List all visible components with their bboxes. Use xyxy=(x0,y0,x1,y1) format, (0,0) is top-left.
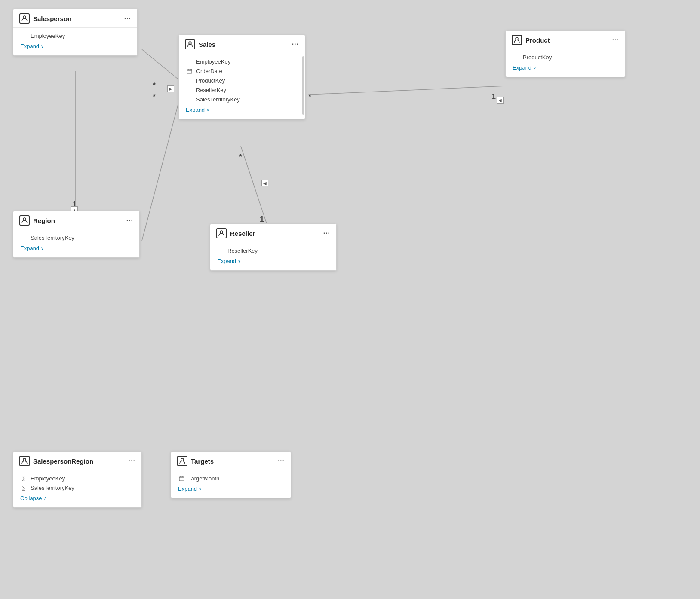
field-region-salesterritorykey: SalesTerritoryKey xyxy=(13,233,139,242)
table-salesperson: Salesperson ··· EmployeeKey Expand ∨ xyxy=(13,9,138,56)
field-spr-employeekey: ∑ EmployeeKey xyxy=(13,474,141,483)
table-targets-more[interactable]: ··· xyxy=(278,457,285,465)
reseller-expand-row: Expand ∨ xyxy=(210,255,336,269)
table-reseller-title-area: Reseller xyxy=(216,228,255,238)
field-sales-salesterritorykey: SalesTerritoryKey xyxy=(179,95,305,104)
table-targets-header: Targets ··· xyxy=(171,452,291,470)
table-salespersonregion-body: ∑ EmployeeKey ∑ SalesTerritoryKey Collap… xyxy=(13,470,141,507)
field-product-productkey: ProductKey xyxy=(506,52,625,62)
table-product-more[interactable]: ··· xyxy=(612,36,619,44)
table-product: Product ··· ProductKey Expand ∨ xyxy=(505,30,626,77)
svg-point-5 xyxy=(23,16,26,18)
svg-point-15 xyxy=(181,458,184,461)
field-reseller-resellerkey: ResellerKey xyxy=(210,246,336,255)
cardinality-reseller-many: * xyxy=(239,153,242,162)
svg-point-11 xyxy=(516,37,518,40)
arrow-salesperson-sales: ▶ xyxy=(167,85,174,92)
connections-layer xyxy=(0,0,700,599)
svg-line-0 xyxy=(142,49,178,79)
field-icon-empty xyxy=(20,32,27,39)
sigma-icon-2: ∑ xyxy=(20,484,27,491)
table-sales-icon xyxy=(185,39,195,49)
svg-line-2 xyxy=(310,86,505,95)
table-sales-header: Sales ··· xyxy=(179,35,305,53)
table-region-header: Region ··· xyxy=(13,211,139,229)
salesperson-expand-btn[interactable]: Expand ∨ xyxy=(20,43,130,49)
svg-point-13 xyxy=(220,231,223,233)
table-reseller-icon xyxy=(216,228,227,238)
svg-rect-16 xyxy=(179,477,184,481)
field-targets-targetmonth: TargetMonth xyxy=(171,474,291,483)
table-sales-title-area: Sales xyxy=(185,39,215,49)
table-reseller-name: Reseller xyxy=(230,230,255,237)
table-region-more[interactable]: ··· xyxy=(126,217,133,224)
field-icon-empty-6 xyxy=(20,234,27,241)
field-spr-salesterritorykey: ∑ SalesTerritoryKey xyxy=(13,483,141,492)
diagram-canvas: * * 1 * * 1 1 ▶ ◀ ◀ ▲ Salesperson ··· Em… xyxy=(0,0,700,599)
table-sales-more[interactable]: ··· xyxy=(292,40,299,48)
table-reseller: Reseller ··· ResellerKey Expand ∨ xyxy=(210,223,337,271)
field-icon-empty-7 xyxy=(217,247,224,254)
table-region-title-area: Region xyxy=(19,215,55,226)
sales-expand-chevron: ∨ xyxy=(206,107,209,112)
svg-line-4 xyxy=(142,103,178,241)
field-icon-empty-5 xyxy=(513,54,519,61)
table-product-icon xyxy=(512,35,522,45)
table-product-name: Product xyxy=(525,37,550,44)
table-salespersonregion-title-area: SalespersonRegion xyxy=(19,456,93,466)
calendar-icon-2 xyxy=(178,475,185,482)
cardinality-sales-product-many: * xyxy=(308,92,311,101)
table-targets-name: Targets xyxy=(191,458,214,465)
table-salespersonregion-name: SalespersonRegion xyxy=(33,458,93,465)
product-expand-row: Expand ∨ xyxy=(506,62,625,75)
cardinality-product-one: 1 xyxy=(491,92,496,101)
table-salesperson-header: Salesperson ··· xyxy=(13,9,137,28)
arrow-reseller: ◀ xyxy=(261,180,268,186)
table-product-title-area: Product xyxy=(512,35,550,45)
table-salespersonregion-more[interactable]: ··· xyxy=(129,457,135,465)
targets-expand-btn[interactable]: Expand ∨ xyxy=(178,486,284,492)
targets-expand-row: Expand ∨ xyxy=(171,483,291,496)
sales-scrollbar[interactable] xyxy=(302,56,304,115)
table-salesperson-icon xyxy=(19,13,30,24)
table-salespersonregion: SalespersonRegion ··· ∑ EmployeeKey ∑ Sa… xyxy=(13,451,142,508)
salesperson-expand-row: Expand ∨ xyxy=(13,40,137,54)
product-expand-chevron: ∨ xyxy=(533,65,536,70)
table-region-name: Region xyxy=(33,217,55,224)
field-icon-empty-4 xyxy=(186,96,193,103)
table-targets-icon xyxy=(177,456,187,466)
table-sales: Sales ··· EmployeeKey OrderDate ProductK… xyxy=(178,34,305,119)
spr-collapse-btn[interactable]: Collapse ∧ xyxy=(20,495,135,501)
table-product-header: Product ··· xyxy=(506,31,625,49)
field-icon-empty-1 xyxy=(186,58,193,65)
reseller-expand-chevron: ∨ xyxy=(238,259,241,263)
field-sales-orderdate: OrderDate xyxy=(179,66,305,76)
table-salespersonregion-header: SalespersonRegion ··· xyxy=(13,452,141,470)
field-icon-empty-3 xyxy=(186,86,193,93)
region-expand-chevron: ∨ xyxy=(41,246,44,251)
table-reseller-more[interactable]: ··· xyxy=(323,229,330,237)
cardinality-reseller-one: 1 xyxy=(260,215,264,224)
table-reseller-body: ResellerKey Expand ∨ xyxy=(210,242,336,270)
product-expand-btn[interactable]: Expand ∨ xyxy=(513,64,618,71)
svg-point-6 xyxy=(189,42,191,44)
arrow-product: ◀ xyxy=(497,97,504,104)
table-region-icon xyxy=(19,215,30,226)
reseller-expand-btn[interactable]: Expand ∨ xyxy=(217,258,329,264)
cardinality-sales-salesperson-many: * xyxy=(153,81,156,90)
sales-expand-btn[interactable]: Expand ∨ xyxy=(186,107,298,113)
cardinality-sales-salesperson-many2: * xyxy=(153,92,156,101)
table-salesperson-title-area: Salesperson xyxy=(19,13,71,24)
spr-expand-chevron: ∧ xyxy=(44,496,47,501)
table-sales-name: Sales xyxy=(199,41,215,48)
svg-rect-7 xyxy=(187,69,192,73)
table-product-body: ProductKey Expand ∨ xyxy=(506,49,625,77)
region-expand-btn[interactable]: Expand ∨ xyxy=(20,245,132,251)
table-targets: Targets ··· TargetMonth Expand ∨ xyxy=(171,451,291,498)
spr-expand-row: Collapse ∧ xyxy=(13,492,141,506)
table-salesperson-more[interactable]: ··· xyxy=(124,15,131,22)
table-salesperson-name: Salesperson xyxy=(33,15,71,22)
region-expand-row: Expand ∨ xyxy=(13,242,139,256)
table-targets-body: TargetMonth Expand ∨ xyxy=(171,470,291,498)
sigma-icon-1: ∑ xyxy=(20,475,27,482)
